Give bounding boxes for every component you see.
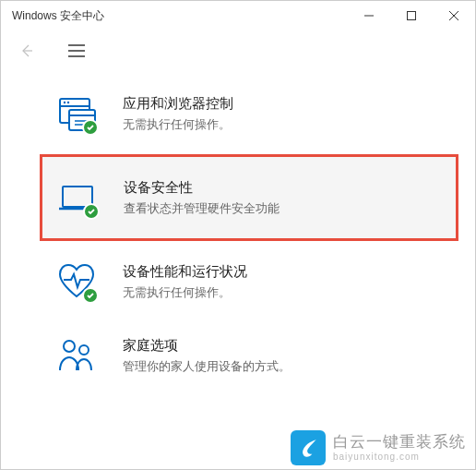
item-app-browser-control[interactable]: 应用和浏览器控制 无需执行任何操作。: [1, 77, 475, 151]
svg-point-11: [67, 102, 69, 103]
checkmark-icon: [86, 123, 95, 132]
window-frame: Windows 安全中心: [0, 0, 476, 470]
family-icon: [56, 335, 97, 376]
watermark-logo-icon: [291, 430, 326, 465]
minimize-icon: [364, 11, 374, 20]
svg-point-18: [64, 341, 75, 352]
svg-point-19: [79, 345, 89, 355]
content-area: 应用和浏览器控制 无需执行任何操作。 设备安全性 查看状态并管理硬件安全功能: [1, 71, 475, 392]
window-controls: [348, 1, 475, 30]
item-desc: 无需执行任何操作。: [123, 116, 233, 133]
titlebar: Windows 安全中心: [1, 1, 475, 30]
item-title: 设备性能和运行状况: [123, 263, 247, 281]
app-browser-icon: [56, 93, 97, 134]
item-title: 应用和浏览器控制: [123, 95, 233, 113]
status-ok-badge: [83, 203, 100, 220]
svg-point-10: [64, 102, 65, 103]
svg-rect-1: [408, 12, 416, 20]
maximize-icon: [407, 11, 416, 20]
close-button[interactable]: [433, 1, 475, 30]
status-ok-badge: [82, 119, 99, 136]
watermark-title: 白云一键重装系统: [333, 434, 466, 452]
item-text: 家庭选项 管理你的家人使用设备的方式。: [123, 335, 291, 375]
item-desc: 查看状态并管理硬件安全功能: [124, 200, 280, 217]
item-device-performance-health[interactable]: 设备性能和运行状况 无需执行任何操作。: [1, 245, 475, 319]
item-family-options[interactable]: 家庭选项 管理你的家人使用设备的方式。: [1, 319, 475, 392]
item-text: 设备安全性 查看状态并管理硬件安全功能: [124, 177, 280, 217]
item-desc: 无需执行任何操作。: [123, 284, 247, 301]
item-title: 家庭选项: [123, 337, 291, 355]
checkmark-icon: [86, 291, 95, 300]
close-icon: [449, 11, 458, 20]
watermark-sub: baiyunxitong.com: [333, 452, 466, 462]
item-desc: 管理你的家人使用设备的方式。: [123, 358, 291, 375]
window-title: Windows 安全中心: [12, 8, 104, 24]
item-device-security[interactable]: 设备安全性 查看状态并管理硬件安全功能: [40, 154, 458, 241]
watermark-text: 白云一键重装系统 baiyunxitong.com: [333, 434, 466, 462]
minimize-button[interactable]: [348, 1, 390, 30]
nav-row: [1, 30, 475, 71]
health-icon: [56, 261, 97, 302]
item-text: 设备性能和运行状况 无需执行任何操作。: [123, 261, 247, 301]
item-text: 应用和浏览器控制 无需执行任何操作。: [123, 93, 233, 133]
status-ok-badge: [82, 287, 99, 304]
item-title: 设备安全性: [124, 179, 280, 197]
maximize-button[interactable]: [390, 1, 433, 30]
hamburger-menu-button[interactable]: [65, 40, 88, 62]
back-arrow-icon: [19, 43, 34, 58]
checkmark-icon: [87, 207, 96, 216]
device-security-icon: [57, 177, 98, 218]
back-button: [16, 40, 38, 62]
watermark: 白云一键重装系统 baiyunxitong.com: [281, 425, 475, 469]
hamburger-icon: [68, 44, 85, 57]
